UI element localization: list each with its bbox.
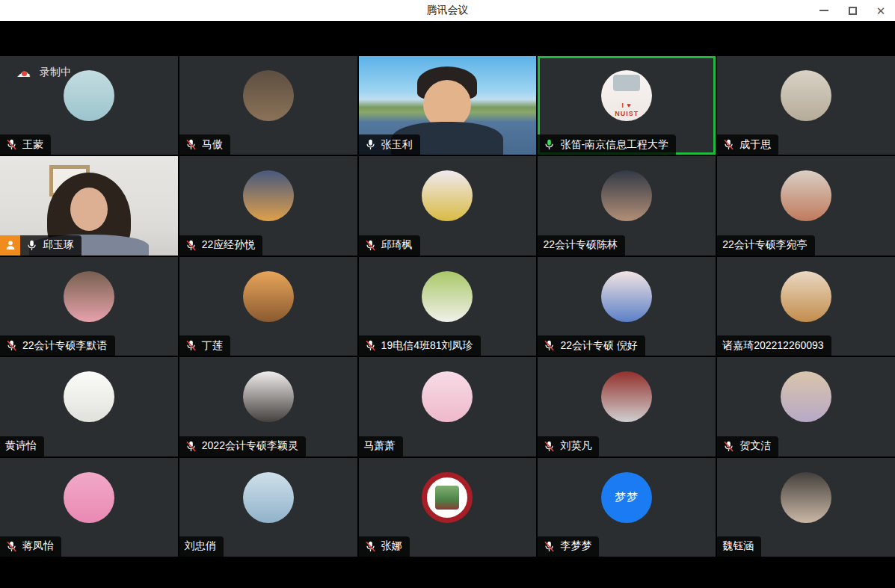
participant-tile[interactable]: 2022会计专硕李颖灵 (179, 357, 357, 456)
mic-muted-icon (185, 138, 197, 151)
maximize-icon (849, 7, 857, 15)
name-label: 诸嘉琦202212260093 (717, 335, 831, 356)
mic-muted-icon (185, 339, 197, 352)
participant-name: 诸嘉琦202212260093 (722, 339, 823, 353)
participant-tile[interactable]: 诸嘉琦202212260093 (717, 257, 895, 356)
record-cloud-icon: ☁ (16, 65, 31, 79)
name-label-inner: 诸嘉琦202212260093 (717, 335, 831, 356)
avatar (243, 371, 294, 422)
avatar-logo-image (435, 486, 459, 510)
participant-tile[interactable]: 蒋凤怡 (0, 458, 178, 557)
avatar (243, 70, 294, 121)
mic-muted-icon (5, 138, 18, 151)
mic-on-icon (364, 138, 377, 151)
participant-name: 丁莲 (202, 339, 223, 353)
participant-tile[interactable]: 黄诗怡 (0, 357, 178, 456)
participant-tile[interactable]: 马萧萧 (359, 357, 537, 456)
name-label-inner: 张玉利 (359, 134, 420, 155)
window-title: 腾讯会议 (0, 4, 895, 17)
participant-tile[interactable]: 刘忠俏 (179, 458, 357, 557)
participant-tile[interactable]: 张玉利 (359, 56, 537, 155)
participant-tile[interactable]: 马傲 (179, 56, 357, 155)
participant-tile[interactable]: 魏钰涵 (717, 458, 895, 557)
name-label-inner: 22应经孙悦 (179, 235, 263, 256)
participant-name: 22应经孙悦 (202, 238, 256, 252)
participant-tile[interactable]: 成于思 (717, 56, 895, 155)
mic-muted-icon (5, 540, 18, 553)
mic-muted-icon (722, 138, 735, 151)
avatar (243, 271, 294, 322)
name-label-inner: 2022会计专硕李颖灵 (179, 436, 306, 457)
participant-tile[interactable]: 刘英凡 (538, 357, 716, 456)
mic-on-icon (25, 239, 38, 252)
avatar (243, 472, 294, 523)
participant-tile[interactable]: 贺文洁 (717, 357, 895, 456)
name-label: 马傲 (179, 134, 230, 155)
avatar (422, 472, 473, 523)
avatar: I ♥ NUIST (601, 70, 652, 121)
name-label: 2022会计专硕李颖灵 (179, 436, 306, 457)
avatar (64, 371, 114, 422)
person-silhouette (70, 188, 108, 231)
name-label: 22会计专硕李默语 (0, 335, 115, 356)
name-label: 王蒙 (0, 134, 51, 155)
name-label-inner: 刘忠俏 (179, 536, 224, 557)
mic-muted-icon (543, 540, 556, 553)
participant-name: 张笛-南京信息工程大学 (560, 138, 668, 152)
name-label-inner: 马傲 (179, 134, 230, 155)
avatar (422, 371, 473, 422)
avatar (601, 170, 652, 221)
participant-tile[interactable]: 邱玉琢 (0, 156, 178, 255)
mic-muted-icon (364, 239, 377, 252)
mic-speaking-icon (543, 138, 556, 151)
participant-name: 22会计专硕李默语 (22, 339, 108, 353)
participant-tile[interactable]: 22会计专硕 倪好 (538, 257, 716, 356)
participant-tile[interactable]: 22会计专硕陈林 (538, 156, 716, 255)
name-label-inner: 魏钰涵 (717, 536, 761, 557)
participant-tile[interactable]: 19电信4班81刘凤珍 (359, 257, 537, 356)
avatar (781, 170, 831, 221)
name-label-inner: 刘英凡 (538, 436, 599, 457)
minimize-button[interactable] (810, 0, 838, 21)
participant-tile[interactable]: 22应经孙悦 (179, 156, 357, 255)
participant-tile[interactable]: 22会计专硕李默语 (0, 257, 178, 356)
window-controls: ✕ (810, 0, 895, 21)
name-label-inner: 成于思 (717, 134, 778, 155)
name-label: 马萧萧 (359, 436, 403, 457)
close-button[interactable]: ✕ (867, 0, 895, 21)
name-label-inner: 22会计专硕李默语 (0, 335, 115, 356)
participant-name: 邱琦枫 (381, 238, 413, 252)
name-label: 19电信4班81刘凤珍 (359, 335, 481, 356)
name-label-inner: 张娜 (359, 536, 410, 557)
participant-name: 刘英凡 (560, 439, 591, 453)
name-label: 22会计专硕陈林 (538, 235, 625, 256)
minimize-icon (819, 10, 828, 11)
name-label-inner: 贺文洁 (717, 436, 778, 457)
avatar-text: I ♥ NUIST (615, 102, 639, 118)
participant-name: 黄诗怡 (5, 439, 37, 453)
participant-tile[interactable]: 张娜 (359, 458, 537, 557)
avatar-logo-image (613, 75, 640, 91)
name-label: 刘忠俏 (179, 536, 224, 557)
name-label-inner: 丁莲 (179, 335, 230, 356)
mic-muted-icon (543, 440, 556, 453)
avatar (781, 271, 831, 322)
participant-tile[interactable]: 22会计专硕李宛亭 (717, 156, 895, 255)
mic-muted-icon (543, 339, 556, 352)
participant-tile[interactable]: 丁莲 (179, 257, 357, 356)
participant-tile[interactable]: 邱琦枫 (359, 156, 537, 255)
avatar (64, 70, 114, 121)
participant-name: 2022会计专硕李颖灵 (202, 439, 298, 453)
participant-name: 李梦梦 (560, 539, 591, 553)
participant-tile[interactable]: 梦梦 李梦梦 (538, 458, 716, 557)
participant-tile[interactable]: I ♥ NUIST 张笛-南京信息工程大学 (538, 56, 716, 155)
maximize-button[interactable] (838, 0, 867, 21)
participant-name: 成于思 (739, 138, 771, 152)
name-label: 李梦梦 (538, 536, 599, 557)
participant-name: 张玉利 (381, 138, 413, 152)
name-label-inner: 黄诗怡 (0, 436, 44, 457)
name-label: 丁莲 (179, 335, 230, 356)
name-label: 邱玉琢 (0, 235, 81, 256)
participant-tile[interactable]: ☁ 录制中 王蒙 (0, 56, 178, 155)
participant-name: 马萧萧 (364, 439, 396, 453)
